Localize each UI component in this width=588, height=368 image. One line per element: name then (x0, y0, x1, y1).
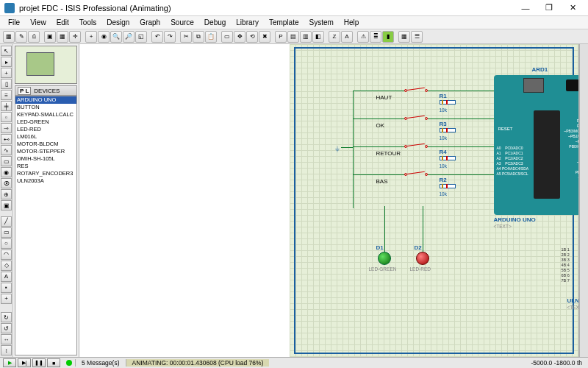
ptool-gen[interactable]: ◉ (1, 167, 12, 177)
list-item[interactable]: ROTARY_ENCODER3 (15, 170, 76, 177)
minimize-button[interactable]: — (514, 1, 537, 15)
tool-bom[interactable]: ☰ (411, 31, 423, 43)
close-button[interactable]: ✕ (562, 1, 584, 15)
tool-open[interactable]: ✎ (15, 31, 27, 43)
menu-help[interactable]: Help (339, 17, 365, 28)
ptool-flip-v[interactable]: ↕ (1, 345, 12, 355)
button-retour[interactable] (404, 143, 428, 150)
ptool-pin[interactable]: ⊷ (1, 134, 12, 144)
list-item[interactable]: BUTTON (15, 104, 76, 111)
tool-move[interactable]: ✥ (234, 31, 245, 43)
button-haut[interactable] (404, 87, 428, 94)
menu-tools[interactable]: Tools (74, 17, 101, 28)
tool-rotate[interactable]: ⟲ (246, 31, 258, 43)
tool-pkg[interactable]: ▥ (300, 31, 312, 43)
devices-list[interactable]: ARDUINO UNO BUTTON KEYPAD-SMALLCALC LED-… (15, 96, 77, 355)
tool-block[interactable]: ▭ (221, 31, 233, 43)
led-green[interactable] (378, 252, 391, 265)
tool-fit[interactable]: ◱ (135, 31, 147, 43)
tool-text[interactable]: A (341, 31, 353, 43)
tool-center[interactable]: ◉ (98, 31, 110, 43)
tool-net[interactable]: ≣ (370, 31, 381, 43)
ptool-flip-h[interactable]: ↔ (1, 334, 12, 344)
ptool-probe-i[interactable]: ⊕ (1, 189, 12, 199)
list-item[interactable]: ULN2003A (15, 177, 76, 185)
tool-lib[interactable]: ▤ (287, 31, 299, 43)
ptool-text[interactable]: ≡ (1, 90, 12, 100)
ptool-label[interactable]: ▯ (1, 79, 12, 89)
maximize-button[interactable]: ❐ (538, 1, 560, 15)
tool-zoom[interactable]: + (85, 31, 97, 43)
list-item[interactable]: KEYPAD-SMALLCALC (15, 111, 76, 118)
ptool-box[interactable]: ▭ (1, 227, 12, 238)
list-item[interactable]: ARDUINO UNO (15, 96, 76, 104)
tool-cut[interactable]: ✂ (180, 31, 192, 43)
menu-edit[interactable]: Edit (51, 17, 74, 28)
tool-paste[interactable]: 📋 (205, 31, 217, 43)
messages-label[interactable]: 5 Message(s) (75, 359, 126, 367)
resistor-r4[interactable] (437, 156, 459, 162)
tool-dec[interactable]: ◧ (312, 31, 324, 43)
menu-source[interactable]: Source (165, 17, 199, 28)
button-bas[interactable] (404, 171, 428, 178)
tool-3d[interactable]: ▦ (398, 31, 410, 43)
menu-library[interactable]: Library (231, 17, 264, 28)
pick-button[interactable]: P L (18, 87, 31, 95)
overview-panel[interactable] (15, 46, 77, 84)
ptool-sub[interactable]: ▫ (1, 112, 12, 122)
tool-grid[interactable]: ▦ (57, 31, 68, 43)
tool-new[interactable]: ▦ (3, 31, 15, 43)
ptool-graph[interactable]: ∿ (1, 145, 12, 155)
sim-step-button[interactable]: ▶| (18, 358, 31, 367)
vertical-scrollbar[interactable] (579, 44, 588, 357)
ptool-component[interactable]: ▸ (1, 57, 12, 67)
tool-area[interactable]: ▣ (44, 31, 56, 43)
ptool-term[interactable]: ⊸ (1, 123, 12, 133)
ptool-2dtext[interactable]: A (1, 272, 12, 282)
schematic-canvas[interactable]: HAUT OK RETOUR BAS R1 10k R3 10k R4 10k … (290, 44, 580, 357)
ptool-select[interactable]: ↖ (1, 46, 12, 56)
list-item[interactable]: MOTOR-BLDCM (15, 141, 76, 148)
ptool-marker[interactable]: + (1, 294, 12, 304)
ptool-arc[interactable]: ◠ (1, 250, 12, 260)
menu-file[interactable]: File (3, 17, 25, 28)
tool-copy[interactable]: ⧉ (193, 31, 204, 43)
ptool-bus[interactable]: ╪ (1, 101, 12, 111)
menu-design[interactable]: Design (101, 17, 135, 28)
list-item[interactable]: LM016L (15, 133, 76, 141)
list-item[interactable]: RES (15, 163, 76, 170)
resistor-r1[interactable] (437, 100, 459, 106)
led-red[interactable] (416, 252, 429, 265)
arduino-board[interactable]: RESET www.TheEngineeringProjects.com A0 … (494, 75, 580, 215)
ptool-tape[interactable]: ▭ (1, 156, 12, 166)
ptool-line[interactable]: ╱ (1, 216, 12, 227)
list-item[interactable]: LED-RED (15, 126, 76, 133)
resistor-r2[interactable] (437, 184, 459, 190)
menu-graph[interactable]: Graph (135, 17, 165, 28)
list-item[interactable]: MOTOR-STEPPER (15, 148, 76, 155)
list-item[interactable]: LED-GREEN (15, 118, 76, 126)
button-ok[interactable] (404, 115, 428, 122)
tool-zoomin[interactable]: 🔍 (110, 31, 122, 43)
resistor-r3[interactable] (437, 128, 459, 134)
sim-pause-button[interactable]: ❚❚ (32, 358, 46, 367)
tool-wire[interactable]: Ζ (329, 31, 340, 43)
ptool-symbol[interactable]: ▪ (1, 283, 12, 293)
ptool-path[interactable]: ◇ (1, 261, 12, 271)
ptool-rot-cw[interactable]: ↻ (1, 312, 12, 322)
tool-pick[interactable]: P (275, 31, 287, 43)
ptool-circle[interactable]: ○ (1, 238, 12, 249)
list-item[interactable]: OMIH-SH-105L (15, 155, 76, 163)
ptool-junction[interactable]: + (1, 68, 12, 78)
ptool-probe-v[interactable]: ⦿ (1, 178, 12, 188)
menu-debug[interactable]: Debug (199, 17, 231, 28)
sim-stop-button[interactable]: ■ (47, 358, 60, 367)
ic-uln2003a[interactable]: 1B 1 2B 2 3B 3 4B 4 5B 5 6B 6 7B 7 9 COM… (562, 238, 580, 294)
tool-del[interactable]: ✖ (259, 31, 270, 43)
tool-redo[interactable]: ↷ (164, 31, 176, 43)
tool-zoomout[interactable]: 🔎 (123, 31, 135, 43)
tool-save[interactable]: ⎙ (28, 31, 40, 43)
menu-template[interactable]: Template (264, 17, 304, 28)
tool-ares[interactable]: ▮ (382, 31, 394, 43)
tool-undo[interactable]: ↶ (151, 31, 163, 43)
